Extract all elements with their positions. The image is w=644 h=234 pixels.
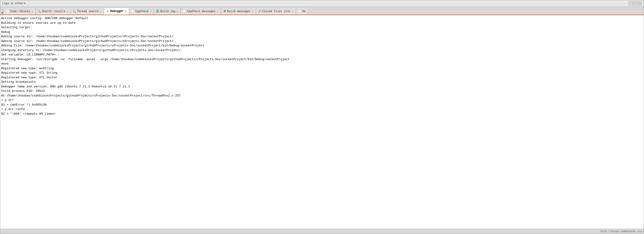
log-line: Debugger name and version: GNU gdb (Ubun… bbox=[1, 84, 643, 89]
status-url: http://blogs.codeblocks.org bbox=[600, 230, 642, 233]
minimize-button[interactable]: − bbox=[628, 2, 632, 6]
tab-code-blocks-close[interactable]: ✕ bbox=[31, 10, 34, 13]
log-line: $2 = '\000' <repeats 99 times> bbox=[1, 112, 643, 116]
tab-build-messages[interactable]: 📌 Build messages ✕ bbox=[221, 8, 256, 15]
search-results-icon: 🔍 bbox=[38, 10, 41, 13]
log-line: $1 = (myError *) 0x605c30 bbox=[1, 102, 643, 107]
tab-debugger[interactable]: ⚙ Debugger ✕ bbox=[104, 8, 129, 15]
tab-code-blocks[interactable]: 📄 Code::Blocks ✕ bbox=[4, 8, 35, 15]
tab-cppcheck-messages-close[interactable]: ✕ bbox=[216, 10, 219, 13]
title-bar: Logs & others − □ ✕ bbox=[0, 0, 644, 7]
tab-search-results-label: Search results bbox=[42, 10, 65, 13]
tab-cppcheck-close[interactable]: ✕ bbox=[150, 10, 152, 13]
tab-cppcheck[interactable]: 📄 CppCheck ✕ bbox=[129, 8, 154, 15]
log-line: At /home/zhoubao/codeblocksProjects/gith… bbox=[1, 93, 643, 98]
tab-thread-search-close[interactable]: ✕ bbox=[100, 10, 102, 13]
log-line: Starting debugger: /usr/bin/gdb -nx -ful… bbox=[1, 57, 643, 62]
tab-search-results[interactable]: 🔍 Search results ✕ bbox=[36, 8, 71, 15]
tab-build-log[interactable]: 🌀 Build log ✕ bbox=[154, 8, 181, 15]
log-line: Registered new type: wxString bbox=[1, 66, 643, 71]
tab-debugger-label: Debugger bbox=[110, 10, 124, 13]
tab-debugger-close[interactable]: ✕ bbox=[124, 10, 127, 13]
tab-closed-files-close[interactable]: ✕ bbox=[292, 10, 294, 13]
tab-closed-files-label: Closed files list bbox=[262, 10, 290, 13]
tab-do-label: Do bbox=[302, 10, 306, 13]
tab-cppcheck-messages[interactable]: 📄 CppCheck messages ✕ bbox=[181, 8, 221, 15]
build-messages-icon: 📌 bbox=[223, 10, 226, 13]
title-bar-left: Logs & others bbox=[2, 2, 26, 5]
log-line: Adding source dir: /home/zhoubao/codeblo… bbox=[1, 39, 643, 44]
log-line: Building to ensure sources are up-to-dat… bbox=[1, 21, 643, 25]
log-line: Set variable: LD_LIBRARY_PATH=.: bbox=[1, 52, 643, 57]
closed-files-icon: 🔗 bbox=[258, 10, 261, 13]
log-line: done bbox=[1, 62, 643, 66]
tab-code-blocks-label: Code::Blocks bbox=[10, 10, 30, 13]
tab-cppcheck-label: CppCheck bbox=[135, 10, 149, 13]
tab-scroll-left[interactable]: ◄ bbox=[0, 12, 4, 15]
build-log-icon: 🌀 bbox=[156, 10, 159, 13]
log-line: Changing directory to: /home/zhoubao/cod… bbox=[1, 48, 643, 53]
thread-search-icon: 🔍 bbox=[73, 10, 76, 13]
log-line: Registered new type: STL Vector bbox=[1, 75, 643, 80]
tab-build-log-close[interactable]: ✕ bbox=[176, 10, 178, 13]
log-line: Debug bbox=[1, 30, 643, 35]
title-bar-controls: − □ ✕ bbox=[628, 2, 642, 6]
log-line: > p err->info bbox=[1, 107, 643, 112]
tab-build-log-label: Build log bbox=[160, 10, 175, 13]
cppcheck-messages-icon: 📄 bbox=[183, 10, 186, 13]
tab-cppcheck-messages-label: CppCheck messages bbox=[187, 10, 215, 13]
code-blocks-icon: 📄 bbox=[6, 10, 9, 13]
log-line: Adding file: /home/zhoubao/codeblocksPro… bbox=[1, 43, 643, 48]
log-line: Setting breakpoints bbox=[1, 80, 643, 84]
cppcheck-icon: 📄 bbox=[131, 10, 134, 13]
maximize-button[interactable]: □ bbox=[633, 2, 637, 6]
log-line: Adding source dir: /home/zhoubao/codeblo… bbox=[1, 34, 643, 39]
tab-build-messages-close[interactable]: ✕ bbox=[252, 10, 254, 13]
log-line: Active debugger config: GDB/CDB debugger… bbox=[1, 16, 643, 21]
log-line: Child process PID: 20523 bbox=[1, 89, 643, 93]
close-button[interactable]: ✕ bbox=[638, 2, 642, 6]
debugger-icon: ⚙ bbox=[106, 10, 109, 13]
tab-thread-search[interactable]: 🔍 Thread search ✕ bbox=[71, 8, 104, 15]
tab-search-results-close[interactable]: ✕ bbox=[66, 10, 68, 13]
tab-build-messages-label: Build messages bbox=[227, 10, 251, 13]
tab-bar: ◄ 📄 Code::Blocks ✕ 🔍 Search results ✕ 🔍 … bbox=[0, 7, 644, 15]
tab-do[interactable]: 📄 Do bbox=[296, 8, 308, 15]
log-line: Selecting target: bbox=[1, 25, 643, 30]
tab-closed-files[interactable]: 🔗 Closed files list ✕ bbox=[256, 8, 296, 15]
log-line: Registered new type: STL String bbox=[1, 71, 643, 75]
tab-thread-search-label: Thread search bbox=[77, 10, 99, 13]
status-bar: http://blogs.codeblocks.org bbox=[0, 229, 644, 234]
do-icon: 📄 bbox=[298, 10, 301, 13]
main-window: Logs & others − □ ✕ ◄ 📄 Code::Blocks ✕ 🔍… bbox=[0, 0, 644, 234]
log-content-area[interactable]: Active debugger config: GDB/CDB debugger… bbox=[0, 15, 644, 229]
log-line: > p err bbox=[1, 98, 643, 102]
window-title: Logs & others bbox=[2, 2, 26, 5]
